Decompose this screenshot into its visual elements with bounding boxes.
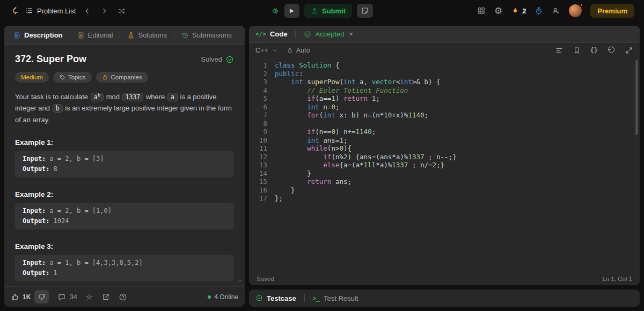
- testcase-label: Testcase: [267, 294, 296, 302]
- code-lines: class Solution {public: int superPow(int…: [275, 61, 457, 272]
- problem-list-button[interactable]: Problem List: [25, 6, 76, 15]
- topics-button[interactable]: Topics: [53, 72, 92, 83]
- history-icon: [181, 32, 189, 39]
- editorial-icon: [77, 32, 85, 39]
- difficulty-badge[interactable]: Medium: [15, 72, 49, 83]
- chevron-left-icon: [83, 7, 91, 15]
- fullscreen-button[interactable]: [625, 46, 633, 55]
- code-panel: </> Code Accepted × C++ Auto: [249, 26, 640, 285]
- leetcode-logo-icon: [10, 6, 19, 16]
- example-output-line: Output:1024: [23, 216, 226, 226]
- shuffle-icon: [118, 7, 126, 15]
- language-select[interactable]: C++: [255, 47, 278, 54]
- example-output-line: Output:8: [23, 164, 226, 174]
- format-lines-button[interactable]: [555, 46, 564, 55]
- code-panel-header: </> Code Accepted ×: [249, 26, 640, 43]
- chevron-right-icon: [100, 7, 108, 15]
- expand-icon: [625, 46, 633, 55]
- tab-test-result[interactable]: >_ Test Result: [313, 294, 358, 302]
- feedback-button[interactable]: [119, 293, 127, 301]
- example-label: Example 3:: [15, 242, 234, 250]
- apps-grid-button[interactable]: [477, 6, 486, 15]
- tab-solutions[interactable]: Solutions: [125, 29, 169, 41]
- tab-label: Submissions: [192, 31, 232, 39]
- auto-label: Auto: [296, 47, 310, 54]
- scrollbar-down-icon[interactable]: [237, 278, 243, 284]
- example-output-line: Output:1: [23, 268, 226, 278]
- like-button[interactable]: 1K: [11, 293, 31, 301]
- example-input-line: Input:a = 2, b = [3]: [23, 154, 226, 164]
- submit-button[interactable]: Submit: [304, 4, 352, 18]
- debug-button[interactable]: [271, 6, 280, 15]
- notification-dot: [580, 3, 583, 7]
- description-content[interactable]: 372. Super Pow Solved Medium Topics: [4, 45, 245, 286]
- submit-label: Submit: [322, 7, 346, 15]
- comment-icon: [57, 293, 66, 301]
- example-label: Example 2:: [15, 190, 234, 198]
- description-tabstrip: Description Editorial Solutions Submissi…: [4, 26, 245, 45]
- invite-button[interactable]: [552, 6, 560, 15]
- code-editor[interactable]: 1234567891011121314151617 class Solution…: [249, 58, 640, 272]
- streak-counter[interactable]: 2: [511, 6, 526, 15]
- leetcode-logo[interactable]: [10, 6, 19, 16]
- timer-button[interactable]: [535, 6, 543, 15]
- editor-scrollbar[interactable]: [635, 60, 638, 135]
- tab-editorial[interactable]: Editorial: [75, 29, 116, 41]
- description-icon: [13, 32, 21, 39]
- tab-divider: [174, 32, 174, 39]
- example-input-line: Input:a = 2, b = [1,0]: [23, 206, 226, 216]
- example-block: Input:a = 2, b = [3] Output:8: [15, 151, 234, 177]
- flame-icon: [511, 6, 519, 15]
- language-value: C++: [255, 47, 268, 54]
- tab-divider: [70, 32, 70, 39]
- format-code-button[interactable]: {}: [590, 47, 598, 54]
- code-icon: </>: [255, 31, 266, 38]
- tab-label: Editorial: [88, 31, 113, 39]
- reset-code-button[interactable]: [607, 46, 616, 55]
- description-panel: Description Editorial Solutions Submissi…: [4, 26, 245, 307]
- meta-pills: Medium Topics Companies: [15, 72, 234, 83]
- lock-icon: [102, 74, 108, 80]
- dislike-button[interactable]: [34, 290, 49, 303]
- auto-mode[interactable]: Auto: [287, 47, 310, 54]
- note-icon: [361, 6, 369, 15]
- terminal-icon: >_: [313, 295, 320, 302]
- accepted-label: Accepted: [315, 30, 344, 38]
- user-plus-icon: [552, 6, 560, 15]
- editor-statusbar: Saved Ln 1, Col 1: [249, 272, 640, 285]
- tab-testcase[interactable]: Testcase: [255, 294, 296, 302]
- tab-description[interactable]: Description: [11, 29, 65, 41]
- premium-button[interactable]: Premium: [590, 4, 634, 18]
- accepted-check-icon: [304, 31, 311, 38]
- bookmark-button[interactable]: [573, 46, 581, 55]
- page-title: 372. Super Pow: [15, 54, 86, 65]
- prev-problem-button[interactable]: [81, 5, 93, 17]
- comments-button[interactable]: 34: [57, 293, 77, 301]
- run-button[interactable]: ▶: [284, 4, 299, 18]
- tab-submissions[interactable]: Submissions: [179, 29, 235, 41]
- share-button[interactable]: [101, 293, 110, 301]
- tab-code[interactable]: </> Code: [255, 30, 287, 38]
- problem-statement: Your task is to calculate ab mod 1337 wh…: [15, 91, 234, 125]
- user-avatar[interactable]: [569, 4, 582, 17]
- bookmark-icon: [573, 46, 581, 55]
- favorite-button[interactable]: ☆: [86, 293, 93, 301]
- notes-button[interactable]: [357, 4, 373, 18]
- companies-label: Companies: [111, 74, 142, 80]
- example-block: Input:a = 1, b = [4,3,3,8,5,2] Output:1: [15, 255, 234, 282]
- tab-code-label: Code: [270, 30, 288, 38]
- description-footer: 1K 34 ☆: [4, 286, 245, 307]
- close-icon[interactable]: ×: [349, 30, 354, 38]
- thumbs-up-icon: [11, 293, 19, 301]
- premium-label: Premium: [597, 7, 627, 15]
- line-numbers: 1234567891011121314151617: [249, 61, 267, 272]
- next-problem-button[interactable]: [98, 5, 110, 17]
- topbar-left: Problem List: [10, 5, 127, 17]
- random-problem-button[interactable]: [115, 5, 127, 17]
- vote-group: 1K: [11, 290, 49, 303]
- companies-button[interactable]: Companies: [96, 72, 148, 83]
- chevron-down-icon: [272, 47, 278, 54]
- problem-list-icon: [25, 6, 33, 15]
- tab-accepted[interactable]: Accepted ×: [304, 30, 353, 38]
- settings-button[interactable]: ⚙: [494, 6, 502, 16]
